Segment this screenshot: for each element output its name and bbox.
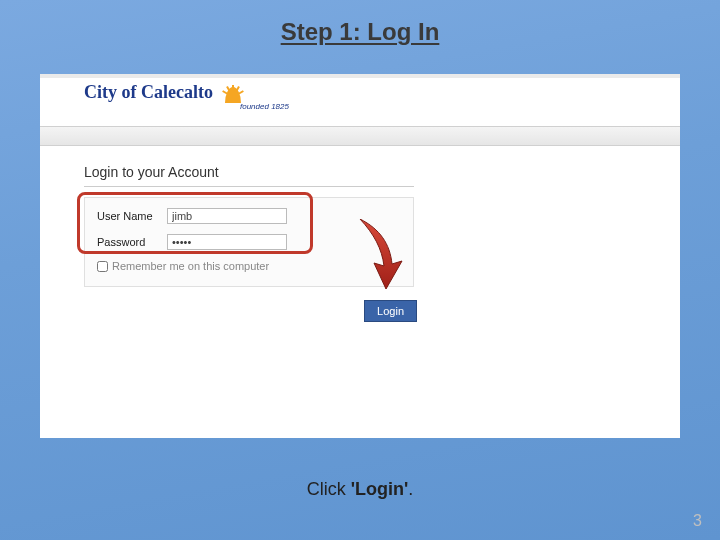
caption-prefix: Click <box>307 479 351 499</box>
username-input[interactable] <box>167 208 287 224</box>
slide-title: Step 1: Log In <box>0 18 720 46</box>
login-form: User Name Password Remember me on this c… <box>84 197 414 287</box>
username-row: User Name <box>97 208 401 224</box>
brand-founded: founded 1825 <box>240 102 289 111</box>
password-label: Password <box>97 236 167 248</box>
remember-checkbox[interactable] <box>97 261 108 272</box>
screenshot-panel: City of Calecalto founded 1825 Login to … <box>40 74 680 438</box>
slide-caption: Click 'Login'. <box>0 479 720 500</box>
caption-bold: 'Login' <box>351 479 409 499</box>
login-panel: Login to your Account User Name Password… <box>84 164 414 287</box>
sun-icon <box>219 83 247 103</box>
brand-row: City of Calecalto <box>84 82 247 103</box>
remember-label: Remember me on this computer <box>112 260 269 272</box>
caption-suffix: . <box>408 479 413 499</box>
login-heading: Login to your Account <box>84 164 414 187</box>
password-row: Password <box>97 234 401 250</box>
remember-row: Remember me on this computer <box>97 260 401 272</box>
page-number: 3 <box>693 512 702 530</box>
login-button[interactable]: Login <box>364 300 417 322</box>
nav-band <box>40 126 680 146</box>
username-label: User Name <box>97 210 167 222</box>
top-strip <box>40 74 680 78</box>
password-input[interactable] <box>167 234 287 250</box>
slide: Step 1: Log In City of Calecalto founded… <box>0 0 720 540</box>
brand-name: City of Calecalto <box>84 82 213 103</box>
